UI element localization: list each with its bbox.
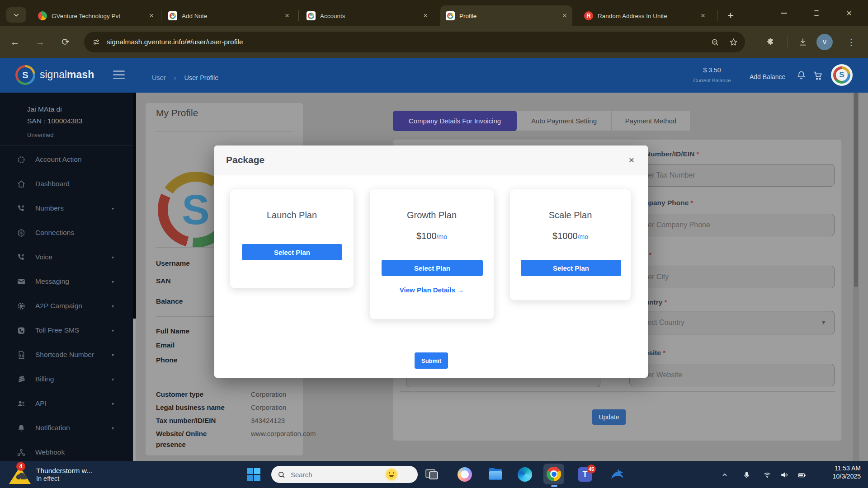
tab-close-icon[interactable]: × — [285, 11, 289, 20]
country-select[interactable]: Select Country ▼ — [629, 311, 835, 334]
city-field[interactable] — [629, 266, 835, 288]
tab-close-icon[interactable]: × — [701, 11, 705, 20]
browser-tab-random-address[interactable]: R Random Address In Unite × — [579, 5, 711, 26]
page-scrollbar-thumb[interactable] — [854, 93, 858, 287]
edge-browser-icon[interactable] — [518, 467, 532, 482]
tab-close-icon[interactable]: × — [423, 11, 428, 20]
file-explorer-icon[interactable] — [488, 467, 503, 482]
new-tab-button[interactable]: + — [723, 8, 738, 23]
profile-row-label: Email — [156, 341, 175, 349]
maximize-button[interactable] — [807, 5, 826, 21]
close-window-button[interactable]: × — [839, 5, 859, 21]
dolphin-app-icon[interactable] — [609, 467, 624, 482]
sidebar-item-shortcode-number[interactable]: Shortcode Number ▾ — [0, 343, 133, 367]
tab-separator — [161, 10, 161, 21]
sidebar-item-dashboard[interactable]: Dashboard — [0, 172, 133, 196]
view-plan-details-link[interactable]: View Plan Details → — [370, 286, 494, 294]
tray-volume-icon[interactable] — [778, 469, 790, 481]
sidebar-item-account-action[interactable]: Account Action — [0, 147, 133, 172]
browser-tab-gventure[interactable]: GVenture Technology Pvt × — [33, 5, 159, 26]
tab-title: Add Note — [182, 13, 280, 19]
profile-row-label: SAN — [156, 277, 171, 285]
taskbar-weather-widget[interactable]: 4 Thunderstorm w... In effect — [7, 463, 120, 486]
sidebar-item-a2p-campaign[interactable]: A2P Campaign ▾ — [0, 294, 133, 318]
company-phone-field[interactable] — [629, 214, 835, 236]
tray-wifi-icon[interactable] — [761, 469, 773, 481]
sidebar-item-notification[interactable]: Notification ▾ — [0, 416, 133, 440]
chrome-open-indicator — [551, 485, 557, 487]
cart-icon[interactable] — [813, 70, 823, 80]
tab-auto-payment[interactable]: Auto Payment Setting — [517, 111, 611, 131]
sidebar-item-billing[interactable]: Billing ▾ — [0, 367, 133, 391]
tax-number-field[interactable] — [629, 164, 835, 187]
browser-tab-accounts[interactable]: S Accounts × — [301, 5, 433, 26]
taskbar-clock[interactable]: 11:53 AM 10/3/2025 — [814, 465, 861, 480]
extensions-icon[interactable] — [766, 38, 775, 47]
website-field[interactable] — [629, 364, 835, 386]
plan-card-launch: Launch Plan Select Plan — [230, 189, 354, 288]
sidebar-item-api[interactable]: API ▾ — [0, 391, 133, 416]
tray-battery-icon[interactable] — [796, 469, 807, 481]
reload-button[interactable]: ⟳ — [58, 34, 73, 50]
breadcrumb-current: User Profile — [184, 74, 219, 81]
sidebar-toggle-hamburger[interactable] — [113, 68, 125, 81]
select-plan-button[interactable]: Select Plan — [242, 244, 342, 260]
task-view-icon[interactable] — [425, 467, 439, 482]
url-text[interactable]: signalmash.gventure.info/#/user/user-pro… — [107, 38, 243, 46]
breadcrumb-user[interactable]: User — [152, 74, 166, 81]
back-button[interactable]: ← — [7, 34, 23, 50]
teams-icon[interactable]: T 45 — [578, 467, 592, 482]
notifications-bell-icon[interactable] — [797, 70, 806, 80]
modal-title: Package — [226, 155, 264, 165]
tab-title: Profile — [459, 13, 558, 19]
tab-payment-method[interactable]: Payment Method — [611, 111, 690, 131]
update-button[interactable]: Update — [592, 409, 626, 425]
sidebar-item-toll-free-sms[interactable]: Toll Free SMS ▾ — [0, 318, 133, 343]
browser-menu-kebab-icon[interactable]: ⋮ — [844, 34, 858, 50]
browser-profile-avatar[interactable]: v — [816, 34, 833, 50]
sidebar-item-voice[interactable]: Voice ▾ — [0, 245, 133, 269]
tab-close-icon[interactable]: × — [562, 11, 567, 20]
tray-chevron-up-icon[interactable] — [719, 469, 731, 481]
spinner-dots-icon — [16, 155, 26, 164]
search-input[interactable] — [290, 470, 385, 479]
arrow-right-icon: → — [457, 286, 464, 294]
copilot-icon[interactable] — [458, 467, 472, 482]
tab-search-button[interactable] — [6, 7, 26, 23]
add-balance-button[interactable]: Add Balance — [750, 73, 785, 80]
sidebar-item-connections[interactable]: Connections — [0, 221, 133, 245]
sidebar-item-numbers[interactable]: Numbers ▾ — [0, 196, 133, 221]
start-button[interactable] — [247, 468, 260, 482]
address-bar[interactable]: signalmash.gventure.info/#/user/user-pro… — [84, 32, 745, 52]
tab-title: Random Address In Unite — [598, 13, 696, 19]
minimize-button[interactable] — [774, 5, 794, 21]
chrome-active-highlight[interactable] — [543, 464, 564, 484]
zoom-icon[interactable] — [711, 38, 719, 47]
chevron-down-icon — [13, 11, 20, 19]
site-info-icon[interactable] — [92, 38, 100, 46]
plan-name: Scale Plan — [510, 210, 631, 221]
tab-company-details[interactable]: Company Details For Invoicing — [393, 111, 517, 131]
forward-button[interactable]: → — [33, 34, 48, 50]
sidebar-item-messaging[interactable]: Messaging ▾ — [0, 269, 133, 294]
downloads-icon[interactable] — [798, 38, 807, 47]
detail-label: Legal business name — [156, 404, 225, 411]
select-plan-button[interactable]: Select Plan — [521, 260, 621, 276]
tab-close-icon[interactable]: × — [149, 11, 154, 20]
brand-wordmark: signalmash — [40, 69, 94, 81]
chevron-down-icon: ▾ — [112, 426, 114, 431]
content-scrollbar-thumb[interactable] — [133, 93, 136, 319]
balance-amount: $ 3.50 — [687, 66, 737, 74]
browser-tab-profile-active[interactable]: S Profile × — [440, 5, 572, 26]
select-plan-button[interactable]: Select Plan — [382, 260, 483, 276]
detail-value: Corporation — [251, 404, 286, 411]
taskbar-search[interactable] — [271, 466, 418, 483]
user-avatar[interactable]: S — [831, 64, 853, 86]
signalmash-favicon: S — [446, 11, 455, 20]
modal-close-icon[interactable]: × — [624, 153, 639, 167]
browser-tab-add-note[interactable]: S Add Note × — [163, 5, 295, 26]
bookmark-star-icon[interactable] — [729, 38, 738, 47]
submit-button[interactable]: Submit — [415, 352, 448, 369]
users-icon — [16, 399, 26, 408]
tray-mic-icon[interactable] — [741, 469, 752, 481]
